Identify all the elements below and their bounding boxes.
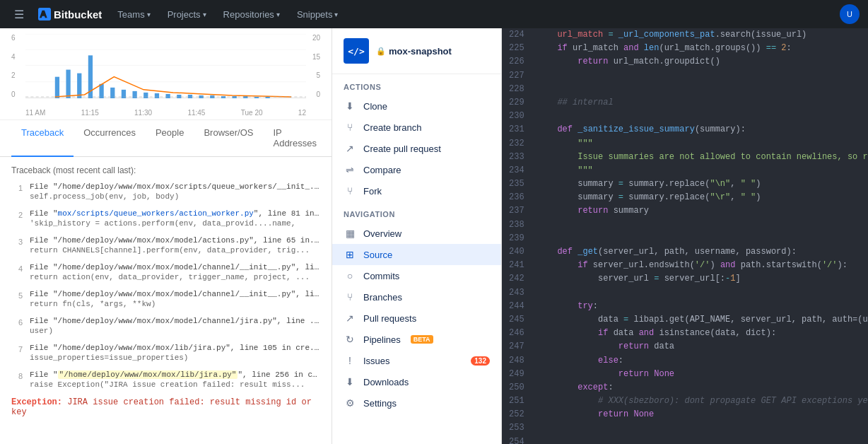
code-line: 247 return data	[502, 340, 868, 354]
sidebar-item-overview[interactable]: ▦ Overview	[332, 223, 501, 244]
code-viewer: 224 url_match = _url_components_pat.sear…	[502, 28, 868, 444]
svg-rect-7	[66, 70, 70, 98]
code-line: 243	[502, 286, 868, 300]
code-line: 229 ## internal	[502, 96, 868, 110]
sidebar-item-issues[interactable]: ! Issues 132	[332, 350, 501, 371]
table-row: 3 File "/home/deploy/www/mox/mox/model/a…	[11, 236, 320, 255]
code-line: 251 # XXX(sbezboro): dont propagate GET …	[502, 395, 868, 408]
sidebar-item-compare[interactable]: ⇌ Compare	[332, 159, 501, 180]
table-row: 8 File ""/home/deploy/www/mox/mox/lib/ji…	[11, 370, 320, 389]
bitbucket-sidebar: </> 🔒 mox-snapshot ACTIONS ⬇ Clone ⑂ Cre…	[332, 28, 502, 444]
code-line: 239	[502, 232, 868, 245]
code-line: 227	[502, 69, 868, 83]
sidebar-item-pipelines[interactable]: ↻ Pipelines BETA	[332, 329, 501, 350]
nav-repositories[interactable]: Repositories ▾	[216, 6, 287, 23]
table-row: 4 File "/home/deploy/www/mox/mox/model/c…	[11, 263, 320, 281]
sidebar-item-downloads[interactable]: ⬇ Downloads	[332, 371, 501, 392]
chart-area: 6 4 2 0 20 15 5 0	[0, 28, 332, 120]
tabs-bar: Traceback Occurrences People Browser/OS …	[0, 120, 332, 157]
highlighted-file: "/home/deploy/www/mox/mox/lib/jira.py"	[58, 370, 238, 379]
nav-right: U	[840, 4, 860, 24]
tab-browser-os[interactable]: Browser/OS	[194, 120, 263, 157]
table-row: 5 File "/home/deploy/www/mox/mox/model/c…	[11, 290, 320, 308]
logo-text: Bitbucket	[54, 8, 102, 21]
sidebar-item-pull-requests[interactable]: ↗ Pull requests	[332, 308, 501, 329]
sidebar-item-settings[interactable]: ⚙ Settings	[332, 392, 501, 414]
pull-request-icon: ↗	[344, 143, 356, 154]
left-panel: 6 4 2 0 20 15 5 0	[0, 28, 332, 444]
chevron-down-icon: ▾	[203, 11, 206, 18]
logo[interactable]: Bitbucket	[33, 8, 107, 21]
code-line: 235 summary = summary.replace("\n", " ")	[502, 177, 868, 191]
sidebar-item-branches[interactable]: ⑂ Branches	[332, 286, 501, 308]
hamburger-icon[interactable]: ☰	[8, 5, 30, 24]
svg-rect-22	[233, 96, 237, 98]
code-line: 253	[502, 421, 868, 435]
code-line: 250 except:	[502, 381, 868, 395]
actions-title: ACTIONS	[332, 74, 501, 95]
chart-x-axis: 11 AM 11:15 11:30 11:45 Tue 20 12	[25, 109, 306, 117]
downloads-icon: ⬇	[344, 376, 356, 387]
tab-occurrences[interactable]: Occurrences	[74, 120, 146, 157]
tab-suspect[interactable]: Suspect	[327, 120, 332, 157]
svg-rect-14	[143, 93, 148, 98]
svg-rect-10	[99, 84, 103, 98]
navigation-title: NAVIGATION	[332, 201, 501, 223]
settings-icon: ⚙	[344, 397, 356, 409]
user-avatar[interactable]: U	[840, 4, 860, 24]
exception-message: Exception: JIRA issue creation failed: r…	[11, 397, 320, 417]
table-row: 6 File "/home/deploy/www/mox/mox/model/c…	[11, 317, 320, 335]
nav-snippets[interactable]: Snippets ▾	[290, 6, 346, 23]
top-nav: ☰ Bitbucket Teams ▾ Projects ▾ Repositor…	[0, 0, 868, 28]
svg-rect-24	[254, 97, 259, 98]
code-line: 230	[502, 110, 868, 123]
svg-rect-18	[188, 95, 192, 98]
code-line: 237 return summary	[502, 204, 868, 218]
sidebar-item-clone[interactable]: ⬇ Clone	[332, 95, 501, 117]
nav-projects[interactable]: Projects ▾	[160, 6, 213, 23]
code-line: 225 if url_match and len(url_match.group…	[502, 42, 868, 55]
code-line: 236 summary = summary.replace("\r", " ")	[502, 191, 868, 204]
sidebar-item-commits[interactable]: ○ Commits	[332, 265, 501, 286]
code-line: 232 """	[502, 137, 868, 151]
sidebar-item-create-pr[interactable]: ↗ Create pull request	[332, 138, 501, 159]
branch-icon: ⑂	[344, 122, 356, 133]
tab-ip-addresses[interactable]: IP Addresses	[263, 120, 326, 157]
svg-rect-6	[55, 77, 59, 98]
pipelines-icon: ↻	[344, 334, 356, 345]
tab-traceback[interactable]: Traceback	[11, 120, 74, 157]
table-row: 1 File "/home/deploy/www/mox/mox/scripts…	[11, 182, 320, 201]
issues-badge: 132	[471, 356, 490, 366]
svg-rect-25	[266, 97, 270, 98]
trace-file-link[interactable]: mox/scripts/queue_workers/action_worker.…	[58, 209, 254, 218]
tab-people[interactable]: People	[146, 120, 194, 157]
code-line: 224 url_match = _url_components_pat.sear…	[502, 28, 868, 42]
traceback-content: Traceback (most recent call last): 1 Fil…	[0, 157, 332, 426]
sidebar-item-create-branch[interactable]: ⑂ Create branch	[332, 117, 501, 138]
svg-rect-13	[132, 91, 136, 98]
code-line: 246 if data and isinstance(data, dict):	[502, 327, 868, 340]
code-line: 231 def _sanitize_issue_summary(summary)…	[502, 123, 868, 136]
code-line: 240 def _get(server_url, path, username,…	[502, 245, 868, 259]
lock-icon: 🔒	[376, 47, 386, 56]
code-line: 241 if server_url.endswith('/') and path…	[502, 259, 868, 272]
code-line: 254	[502, 436, 868, 444]
svg-rect-15	[155, 93, 159, 98]
nav-teams[interactable]: Teams ▾	[110, 6, 157, 23]
commits-icon: ○	[344, 270, 356, 281]
source-icon: ⊞	[344, 249, 356, 260]
sidebar-item-fork[interactable]: ⑂ Fork	[332, 180, 501, 201]
sidebar-item-source[interactable]: ⊞ Source	[332, 244, 501, 265]
code-line: 248 else:	[502, 354, 868, 368]
traceback-title: Traceback (most recent call last):	[11, 165, 320, 175]
fork-icon: ⑂	[344, 185, 356, 197]
code-line: 252 return None	[502, 408, 868, 421]
repo-header: </> 🔒 mox-snapshot	[332, 28, 501, 74]
code-line: 244 try:	[502, 300, 868, 313]
main-content: 6 4 2 0 20 15 5 0	[0, 28, 868, 444]
table-row: 7 File "/home/deploy/www/mox/mox/lib/jir…	[11, 344, 320, 362]
overview-icon: ▦	[344, 228, 356, 239]
code-line: 249 return None	[502, 368, 868, 381]
chart-y-axis-right: 20 15 5 0	[312, 34, 320, 98]
chart-canvas	[25, 34, 306, 98]
